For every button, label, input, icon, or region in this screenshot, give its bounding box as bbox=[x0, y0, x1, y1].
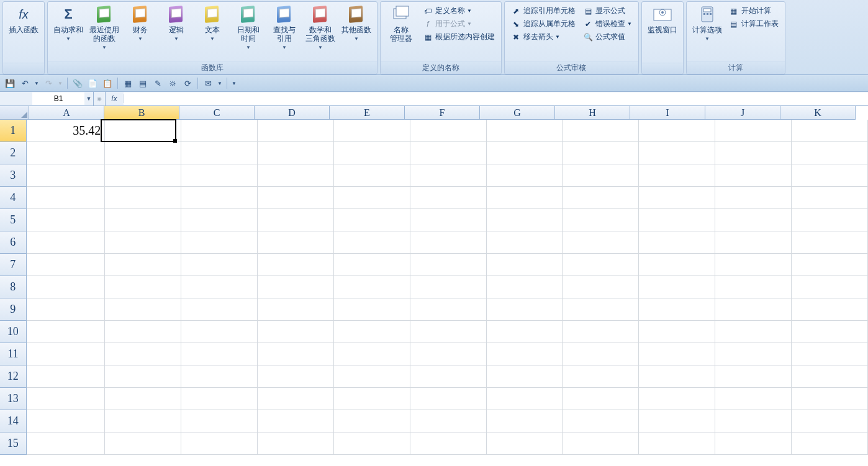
cell-J15[interactable] bbox=[715, 432, 792, 455]
cell-E2[interactable] bbox=[333, 142, 410, 164]
cell-I3[interactable] bbox=[639, 164, 715, 187]
cell-D1[interactable] bbox=[257, 120, 333, 142]
cell-D8[interactable] bbox=[257, 276, 333, 298]
cell-K12[interactable] bbox=[792, 365, 868, 388]
cell-G8[interactable] bbox=[486, 276, 563, 298]
cell-G1[interactable] bbox=[486, 120, 563, 142]
calc-options-button[interactable]: 计算选项 ▼ bbox=[690, 3, 725, 45]
cell-C7[interactable] bbox=[181, 254, 258, 276]
cell-B9[interactable] bbox=[105, 298, 181, 321]
cell-D14[interactable] bbox=[257, 410, 333, 432]
cell-E13[interactable] bbox=[333, 388, 410, 410]
cell-J4[interactable] bbox=[715, 187, 792, 209]
cell-H15[interactable] bbox=[563, 432, 639, 455]
fx-button[interactable]: fx bbox=[106, 94, 124, 103]
trace-dependents-button[interactable]: ⬊ 追踪从属单元格 bbox=[509, 17, 578, 30]
use-in-formula-button[interactable]: f 用于公式 ▼ bbox=[420, 17, 497, 30]
row-header-6[interactable]: 6 bbox=[0, 231, 27, 254]
cell-K13[interactable] bbox=[792, 388, 868, 410]
cell-I10[interactable] bbox=[639, 321, 715, 343]
cell-F1[interactable] bbox=[410, 120, 486, 142]
cell-E7[interactable] bbox=[333, 254, 410, 276]
qat-customize[interactable]: ▼ bbox=[231, 77, 237, 89]
cell-J10[interactable] bbox=[715, 321, 792, 343]
name-box-input[interactable] bbox=[32, 92, 84, 105]
cell-E4[interactable] bbox=[333, 187, 410, 209]
cell-C15[interactable] bbox=[181, 432, 258, 455]
cell-K8[interactable] bbox=[792, 276, 868, 298]
cell-G2[interactable] bbox=[486, 142, 563, 164]
row-header-11[interactable]: 11 bbox=[0, 343, 27, 365]
column-header-A[interactable]: A bbox=[29, 106, 104, 120]
cell-C2[interactable] bbox=[181, 142, 258, 164]
cell-G4[interactable] bbox=[486, 187, 563, 209]
recent-functions-button[interactable]: 最近使用 的函数 ▼ bbox=[87, 3, 122, 53]
cell-H14[interactable] bbox=[563, 410, 639, 432]
cell-F10[interactable] bbox=[410, 321, 486, 343]
cell-G5[interactable] bbox=[486, 209, 563, 231]
cell-B2[interactable] bbox=[105, 142, 181, 164]
qat-dropdown-6[interactable]: ▼ bbox=[217, 77, 223, 89]
cell-K3[interactable] bbox=[792, 164, 868, 187]
cell-H13[interactable] bbox=[563, 388, 639, 410]
cell-C5[interactable] bbox=[181, 209, 258, 231]
cell-H10[interactable] bbox=[563, 321, 639, 343]
cell-F6[interactable] bbox=[410, 231, 486, 254]
cell-H5[interactable] bbox=[563, 209, 639, 231]
cell-K9[interactable] bbox=[792, 298, 868, 321]
cell-C9[interactable] bbox=[181, 298, 258, 321]
row-header-15[interactable]: 15 bbox=[0, 432, 27, 455]
cell-A10[interactable] bbox=[27, 321, 105, 343]
column-header-J[interactable]: J bbox=[705, 106, 780, 120]
error-check-button[interactable]: ✔ 错误检查 ▼ bbox=[581, 17, 635, 30]
show-formulas-button[interactable]: ▤ 显示公式 bbox=[581, 4, 635, 17]
cell-F13[interactable] bbox=[410, 388, 486, 410]
name-box[interactable]: ▼ bbox=[0, 92, 94, 105]
name-manager-button[interactable]: 名称 管理器 bbox=[384, 3, 418, 44]
cell-F7[interactable] bbox=[410, 254, 486, 276]
qat-btn-3[interactable]: ✎ bbox=[151, 77, 164, 89]
cell-K11[interactable] bbox=[792, 343, 868, 365]
cell-C14[interactable] bbox=[181, 410, 258, 432]
cell-E6[interactable] bbox=[333, 231, 410, 254]
cell-G14[interactable] bbox=[486, 410, 563, 432]
cell-A1[interactable]: 35.42 bbox=[27, 120, 105, 142]
cell-C10[interactable] bbox=[181, 321, 258, 343]
cell-G15[interactable] bbox=[486, 432, 563, 455]
cell-C6[interactable] bbox=[181, 231, 258, 254]
cell-G3[interactable] bbox=[486, 164, 563, 187]
cell-A9[interactable] bbox=[27, 298, 105, 321]
cell-J9[interactable] bbox=[715, 298, 792, 321]
cell-E14[interactable] bbox=[333, 410, 410, 432]
cell-B3[interactable] bbox=[105, 164, 181, 187]
row-header-5[interactable]: 5 bbox=[0, 209, 27, 231]
row-header-3[interactable]: 3 bbox=[0, 164, 27, 187]
select-all-corner[interactable] bbox=[0, 106, 29, 120]
cell-B15[interactable] bbox=[105, 432, 181, 455]
row-header-7[interactable]: 7 bbox=[0, 254, 27, 276]
cell-D13[interactable] bbox=[257, 388, 333, 410]
remove-arrows-button[interactable]: ✖ 移去箭头 ▼ bbox=[509, 30, 578, 43]
cell-D5[interactable] bbox=[257, 209, 333, 231]
cell-J13[interactable] bbox=[715, 388, 792, 410]
cell-I9[interactable] bbox=[639, 298, 715, 321]
cell-B4[interactable] bbox=[105, 187, 181, 209]
cell-K2[interactable] bbox=[792, 142, 868, 164]
cell-I1[interactable] bbox=[639, 120, 715, 142]
cell-G9[interactable] bbox=[486, 298, 563, 321]
watch-window-button[interactable]: 监视窗口 bbox=[645, 3, 680, 35]
row-header-1[interactable]: 1 bbox=[0, 120, 27, 142]
cell-C3[interactable] bbox=[181, 164, 258, 187]
row-header-4[interactable]: 4 bbox=[0, 187, 27, 209]
cell-E5[interactable] bbox=[333, 209, 410, 231]
cell-I14[interactable] bbox=[639, 410, 715, 432]
cell-C8[interactable] bbox=[181, 276, 258, 298]
cell-B12[interactable] bbox=[105, 365, 181, 388]
cell-A12[interactable] bbox=[27, 365, 105, 388]
cells-area[interactable]: 35.42 bbox=[27, 120, 868, 455]
cell-I13[interactable] bbox=[639, 388, 715, 410]
cell-B11[interactable] bbox=[105, 343, 181, 365]
cell-H1[interactable] bbox=[563, 120, 639, 142]
new-button[interactable]: 📄 bbox=[86, 77, 99, 89]
cell-K6[interactable] bbox=[792, 231, 868, 254]
